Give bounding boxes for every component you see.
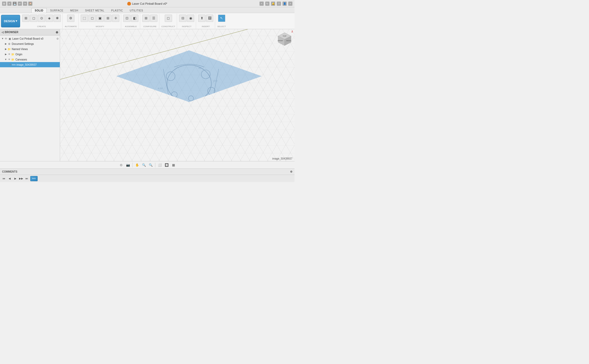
- browser-collapse-icon[interactable]: ◁: [2, 31, 4, 34]
- comments-settings-icon[interactable]: ⚙: [290, 170, 292, 173]
- tree-item-root[interactable]: ▼ 👁 ▣ Laser Cut Pinball Board v0 ⚙: [0, 36, 60, 41]
- sweep-icon[interactable]: ◈: [46, 15, 53, 22]
- svg-line-6: [163, 69, 170, 106]
- browser-tree: ▼ 👁 ▣ Laser Cut Pinball Board v0 ⚙ ▶ ⚙ D…: [0, 35, 60, 161]
- nav-cube[interactable]: TOP RIGHT FRONT Z X: [277, 31, 292, 47]
- new-component-icon[interactable]: ⊞: [22, 15, 30, 22]
- timeline-play-btn[interactable]: ▶: [13, 176, 18, 181]
- timeline-start-btn[interactable]: ⏮: [2, 176, 6, 181]
- close-icon[interactable]: ×: [288, 2, 292, 6]
- origin-toggle[interactable]: ▶: [4, 53, 7, 56]
- insert-derive-icon[interactable]: ⬆: [198, 15, 205, 22]
- app-logo-icon: [127, 2, 131, 5]
- user-avatar[interactable]: 👤: [282, 2, 287, 6]
- browser-title: BROWSER: [5, 31, 18, 34]
- help-icon[interactable]: ?: [277, 2, 281, 6]
- configure-label: CONFIGURE: [143, 25, 157, 28]
- add-tab-icon[interactable]: +: [260, 2, 264, 6]
- tab-mesh[interactable]: MESH: [67, 8, 82, 13]
- timeline-thumbnail[interactable]: IMG: [30, 176, 38, 181]
- assemble-icons: ⊡ ◧: [123, 15, 138, 22]
- svg-point-4: [171, 92, 177, 98]
- tab-sheet-metal[interactable]: SHEET METAL: [82, 8, 108, 13]
- canvases-eye-icon[interactable]: 👁: [7, 58, 11, 61]
- timeline-next-btn[interactable]: ▶▶: [19, 176, 23, 181]
- parameters-icon[interactable]: ☰: [150, 15, 157, 22]
- toolbar-group-configure: ⊞ ☰ CONFIGURE: [141, 14, 159, 29]
- canvases-toggle[interactable]: ▼: [4, 58, 7, 61]
- tree-item-named-views[interactable]: ▶ 📁 Named Views: [0, 46, 60, 52]
- tab-solid[interactable]: SOLID: [31, 8, 47, 13]
- home-icon[interactable]: 🏠: [28, 2, 32, 6]
- press-pull-icon[interactable]: ⬚: [81, 15, 88, 22]
- tree-item-origin[interactable]: ▶ 👁 📁 Origin: [0, 52, 60, 57]
- sidebar-browser: ◁ BROWSER ⊕ ▼ 👁 ▣ Laser Cut Pinball Boar…: [0, 29, 60, 161]
- named-views-folder-icon: 📁: [7, 47, 11, 51]
- title-bar: ⊞ ≡ 💾 ↩ ↪ 🏠 Laser Cut Pinball Board v0* …: [0, 0, 294, 7]
- image-eye-icon[interactable]: 👁: [8, 63, 12, 66]
- tab-plastic[interactable]: PLASTIC: [108, 8, 126, 13]
- extrude-icon[interactable]: ◻: [30, 15, 37, 22]
- inspect-icons: ⊟ ◉: [179, 15, 194, 22]
- move-icon[interactable]: ✛: [112, 15, 119, 22]
- title-bar-right-icons: + ↻ 🔔 ? 👤 ×: [260, 2, 292, 6]
- app-grid-icon[interactable]: ⊞: [2, 2, 6, 6]
- timeline-prev-btn[interactable]: ◀: [7, 176, 12, 181]
- board-diamond-shape: Big 4 SCORE 42 100 4.00: [116, 50, 262, 124]
- tab-utilities[interactable]: UTILITIES: [126, 8, 146, 13]
- select-label: SELECT: [217, 25, 226, 28]
- tree-item-image[interactable]: 👁 IMG image_50439937: [0, 62, 60, 67]
- visual-style-icon[interactable]: 🔲: [164, 162, 169, 168]
- viewport[interactable]: Big 4 SCORE 42 100 4.00: [60, 29, 294, 161]
- zoom-fit-icon[interactable]: 🔍: [148, 162, 154, 168]
- notification-icon[interactable]: 🔔: [271, 2, 275, 6]
- refresh-icon[interactable]: ↻: [265, 2, 269, 6]
- camera-icon[interactable]: 📷: [125, 162, 131, 168]
- display-settings-icon[interactable]: ⬜: [157, 162, 163, 168]
- automate-icon[interactable]: ⚙: [67, 15, 74, 22]
- toolbar-tabs: SOLID SURFACE MESH SHEET METAL PLASTIC U…: [0, 7, 294, 13]
- timeline-end-btn[interactable]: ⏭: [25, 176, 29, 181]
- chamfer-icon[interactable]: ▣: [96, 15, 104, 22]
- loft-icon[interactable]: ❋: [54, 15, 61, 22]
- view-home-icon[interactable]: ⊙: [118, 162, 124, 168]
- zoom-icon[interactable]: 🔍: [141, 162, 147, 168]
- named-views-toggle[interactable]: ▶: [4, 47, 7, 51]
- root-settings-icon[interactable]: ⚙: [56, 37, 59, 40]
- toolbar-group-construct: ◻ CONSTRUCT: [160, 14, 177, 29]
- tree-item-doc-settings[interactable]: ▶ ⚙ Document Settings: [0, 41, 60, 46]
- pan-icon[interactable]: ✋: [134, 162, 140, 168]
- measure-icon[interactable]: ⊟: [179, 15, 186, 22]
- svg-point-3: [208, 87, 215, 95]
- shell-icon[interactable]: ⊞: [104, 15, 111, 22]
- root-toggle-icon[interactable]: ▼: [1, 37, 4, 40]
- tree-item-canvases[interactable]: ▼ 👁 📁 Canvases: [0, 57, 60, 62]
- grid-icon[interactable]: ▦: [170, 162, 176, 168]
- design-dropdown-button[interactable]: DESIGN ▾: [1, 15, 20, 27]
- interference-icon[interactable]: ◉: [187, 15, 194, 22]
- svg-text:42: 42: [198, 66, 201, 69]
- app-menu-icon[interactable]: ≡: [7, 2, 11, 6]
- root-eye-icon[interactable]: 👁: [4, 37, 8, 40]
- doc-settings-toggle[interactable]: ▶: [4, 42, 7, 45]
- select-icon[interactable]: ↖: [218, 15, 225, 22]
- insert-canvas-icon[interactable]: 🖼: [206, 15, 213, 22]
- configure-icon[interactable]: ⊞: [142, 15, 150, 22]
- revolve-icon[interactable]: ⊙: [38, 15, 45, 22]
- browser-settings-icon[interactable]: ⊕: [56, 31, 58, 34]
- joint-icon[interactable]: ⊡: [123, 15, 131, 22]
- origin-icon: 📁: [11, 52, 15, 56]
- construct-label: CONSTRUCT: [161, 25, 175, 28]
- bottom-toolbar: ⊙ 📷 ✋ 🔍 🔍 ⬜ 🔲 ▦: [0, 161, 294, 168]
- insert-icons: ⬆ 🖼: [198, 15, 213, 22]
- redo-icon[interactable]: ↪: [23, 2, 27, 6]
- toolbar-group-assemble: ⊡ ◧ ASSEMBLE: [122, 14, 140, 29]
- rigid-group-icon[interactable]: ◧: [131, 15, 138, 22]
- undo-icon[interactable]: ↩: [18, 2, 22, 6]
- plane-icon[interactable]: ◻: [165, 15, 172, 22]
- fillet-icon[interactable]: ◻: [89, 15, 96, 22]
- origin-eye-icon[interactable]: 👁: [7, 52, 11, 56]
- tab-surface[interactable]: SURFACE: [47, 8, 67, 13]
- save-icon[interactable]: 💾: [13, 2, 17, 6]
- doc-settings-gear-icon: ⚙: [7, 42, 11, 46]
